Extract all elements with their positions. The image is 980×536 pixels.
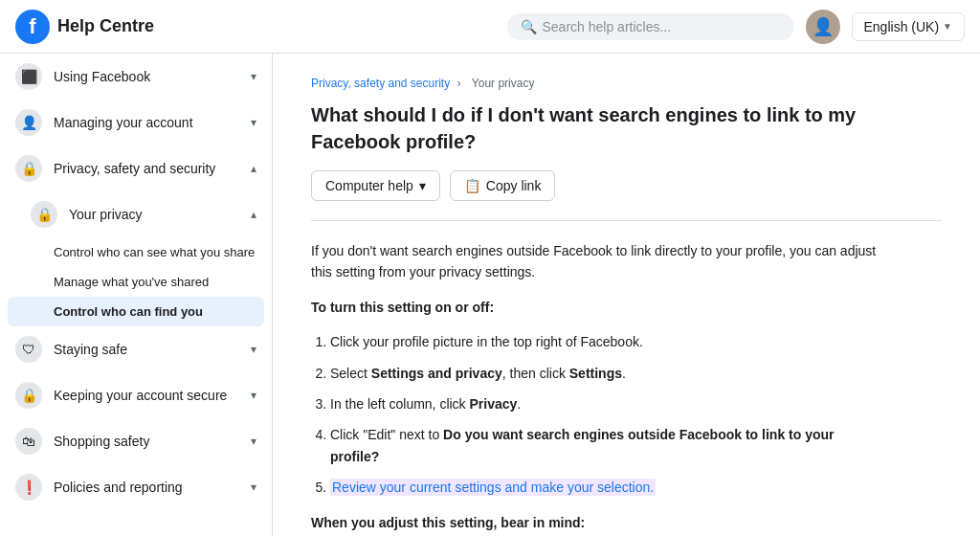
chevron-right-icon: ▾ bbox=[251, 435, 256, 448]
list-item: Click "Edit" next to Do you want search … bbox=[330, 424, 885, 467]
list-item: Review your current settings and make yo… bbox=[330, 477, 885, 498]
managing-account-icon: 👤 bbox=[15, 109, 42, 136]
chevron-right-icon: ▾ bbox=[251, 389, 256, 402]
search-input[interactable] bbox=[543, 19, 781, 34]
chevron-right-icon: ▾ bbox=[251, 480, 256, 494]
using-facebook-icon: ⬛ bbox=[15, 63, 42, 90]
sidebar-item-your-privacy[interactable]: 🔒 Your privacy ▴ bbox=[0, 191, 272, 237]
keeping-secure-icon: 🔒 bbox=[15, 382, 42, 409]
sidebar-label: Staying safe bbox=[54, 342, 127, 357]
sidebar-label: Shopping safety bbox=[54, 434, 149, 449]
search-icon: 🔍 bbox=[521, 19, 537, 34]
facebook-icon: f bbox=[15, 10, 50, 44]
settings-link[interactable]: Review your current settings and make yo… bbox=[330, 479, 656, 496]
steps-list: Click your profile picture in the top ri… bbox=[330, 331, 885, 498]
avatar[interactable]: 👤 bbox=[806, 10, 840, 44]
sidebar-item-policies[interactable]: ❗ Policies and reporting ▾ bbox=[0, 464, 272, 510]
sidebar-item-keeping-secure[interactable]: 🔒 Keeping your account secure ▾ bbox=[0, 372, 272, 418]
your-privacy-icon: 🔒 bbox=[31, 201, 57, 228]
sidebar-item-staying-safe[interactable]: 🛡 Staying safe ▾ bbox=[0, 326, 272, 372]
sidebar-label: Privacy, safety and security bbox=[54, 161, 215, 176]
sidebar-item-privacy-safety[interactable]: 🔒 Privacy, safety and security ▴ bbox=[0, 145, 272, 191]
policies-icon: ❗ bbox=[15, 474, 42, 501]
sidebar-label: Policies and reporting bbox=[54, 480, 183, 495]
privacy-icon: 🔒 bbox=[15, 155, 42, 182]
shopping-safety-icon: 🛍 bbox=[15, 428, 42, 455]
action-bar: Computer help ▾ 📋 Copy link bbox=[311, 170, 942, 221]
page-title: What should I do if I don't want search … bbox=[311, 101, 866, 155]
breadcrumb: Privacy, safety and security › Your priv… bbox=[311, 77, 942, 90]
copy-link-icon: 📋 bbox=[464, 178, 480, 193]
chevron-down-icon: ▼ bbox=[943, 21, 952, 32]
list-item: Select Settings and privacy, then click … bbox=[330, 363, 885, 384]
chevron-right-icon: ▾ bbox=[251, 116, 256, 129]
bear-in-mind-heading: When you adjust this setting, bear in mi… bbox=[311, 512, 885, 533]
content-body: If you don't want search engines outside… bbox=[311, 240, 885, 536]
sidebar-item-manage-shared[interactable]: Manage what you've shared bbox=[0, 267, 272, 297]
list-item: In the left column, click Privacy. bbox=[330, 393, 885, 414]
breadcrumb-separator: › bbox=[457, 77, 464, 90]
site-title: Help Centre bbox=[57, 16, 154, 36]
sidebar-label: Using Facebook bbox=[54, 69, 150, 84]
computer-help-label: Computer help bbox=[325, 178, 413, 193]
sidebar-item-control-see[interactable]: Control who can see what you share bbox=[0, 237, 272, 267]
chevron-right-icon: ▾ bbox=[251, 70, 256, 83]
sidebar-item-control-find[interactable]: Control who can find you bbox=[8, 297, 264, 326]
intro-text: If you don't want search engines outside… bbox=[311, 240, 885, 283]
main-content: Privacy, safety and security › Your priv… bbox=[273, 54, 980, 536]
chevron-up-icon: ▴ bbox=[251, 162, 256, 175]
list-item: Click your profile picture in the top ri… bbox=[330, 331, 885, 352]
copy-link-button[interactable]: 📋 Copy link bbox=[450, 170, 556, 201]
language-selector[interactable]: English (UK) ▼ bbox=[852, 12, 966, 41]
sidebar-label: Keeping your account secure bbox=[54, 388, 227, 403]
computer-help-button[interactable]: Computer help ▾ bbox=[311, 170, 440, 201]
turn-on-off-heading: To turn this setting on or off: bbox=[311, 297, 885, 318]
breadcrumb-link-1[interactable]: Privacy, safety and security bbox=[311, 77, 450, 90]
sidebar: ⬛ Using Facebook ▾ 👤 Managing your accou… bbox=[0, 54, 273, 536]
staying-safe-icon: 🛡 bbox=[15, 336, 42, 363]
copy-link-label: Copy link bbox=[486, 178, 542, 193]
breadcrumb-link-2: Your privacy bbox=[472, 77, 535, 90]
search-container: 🔍 bbox=[507, 13, 794, 40]
layout: ⬛ Using Facebook ▾ 👤 Managing your accou… bbox=[0, 54, 980, 536]
chevron-right-icon: ▾ bbox=[251, 343, 256, 356]
sidebar-label: Your privacy bbox=[69, 207, 143, 222]
sidebar-label: Managing your account bbox=[54, 115, 193, 130]
chevron-down-icon: ▾ bbox=[419, 178, 426, 193]
sidebar-item-using-facebook[interactable]: ⬛ Using Facebook ▾ bbox=[0, 54, 272, 100]
chevron-up-icon: ▴ bbox=[251, 208, 256, 221]
logo-link[interactable]: f Help Centre bbox=[15, 10, 154, 44]
sidebar-item-shopping-safety[interactable]: 🛍 Shopping safety ▾ bbox=[0, 418, 272, 464]
language-label: English (UK) bbox=[864, 19, 940, 34]
sidebar-item-managing-account[interactable]: 👤 Managing your account ▾ bbox=[0, 100, 272, 145]
header: f Help Centre 🔍 👤 English (UK) ▼ bbox=[0, 0, 980, 54]
